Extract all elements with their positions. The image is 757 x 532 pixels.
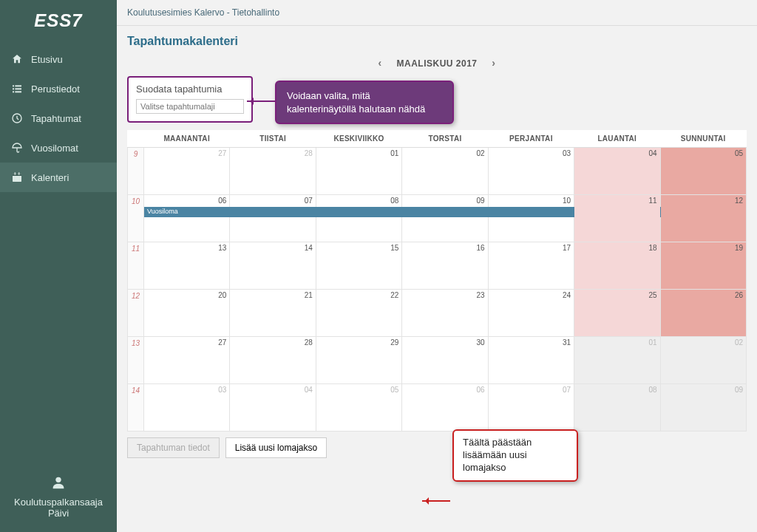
day-number: 26 xyxy=(735,291,743,299)
calendar-day[interactable]: 31 xyxy=(488,337,574,384)
page-title: Tapahtumakalenteri xyxy=(127,35,747,48)
calendar-day[interactable]: 28 xyxy=(230,148,316,195)
calendar-day[interactable]: 01 xyxy=(574,337,660,384)
home-icon xyxy=(10,53,24,65)
calendar-day[interactable]: 25 xyxy=(574,290,660,337)
week-number: 10 xyxy=(128,195,144,242)
weekday-header: LAUANTAI xyxy=(574,130,660,148)
sidebar-item-etusivu[interactable]: Etusivu xyxy=(0,44,117,74)
sidebar-item-tapahtumat[interactable]: Tapahtumat xyxy=(0,103,117,133)
calendar-day[interactable]: 15 xyxy=(316,242,401,290)
calendar-day[interactable]: 03 xyxy=(488,148,574,195)
day-number: 07 xyxy=(563,386,571,394)
sidebar-item-perustiedot[interactable]: Perustiedot xyxy=(0,74,117,103)
filter-panel: Suodata tapahtumia xyxy=(127,76,253,123)
calendar-day[interactable]: 07 xyxy=(488,384,574,432)
calendar-day[interactable]: 04 xyxy=(574,148,660,195)
svg-rect-10 xyxy=(18,172,19,174)
svg-rect-4 xyxy=(13,91,14,92)
day-number: 01 xyxy=(648,338,656,347)
calendar-day[interactable]: 12 xyxy=(660,195,746,242)
sidebar-item-label: Kalenteri xyxy=(31,172,69,183)
calendar-day[interactable]: 26 xyxy=(660,290,746,337)
day-number: 10 xyxy=(563,197,571,205)
sidebar-item-vuosilomat[interactable]: Vuosilomat xyxy=(0,133,117,163)
day-number: 29 xyxy=(390,338,398,347)
calendar-day[interactable]: 23 xyxy=(402,290,488,337)
day-number: 12 xyxy=(735,197,743,205)
day-number: 03 xyxy=(218,386,226,394)
calendar-day[interactable]: 28 xyxy=(230,337,316,384)
weekday-header: PERJANTAI xyxy=(488,130,574,148)
calendar-day[interactable]: 19 xyxy=(660,242,746,290)
svg-point-11 xyxy=(55,477,61,482)
sidebar-item-label: Etusivu xyxy=(31,54,63,65)
day-number: 13 xyxy=(218,244,226,252)
calendar-day[interactable]: 17 xyxy=(488,242,574,290)
svg-rect-8 xyxy=(13,174,21,176)
week-number: 9 xyxy=(128,148,144,195)
calendar-day[interactable]: 14 xyxy=(230,242,316,290)
calendar-day[interactable]: 08 xyxy=(316,195,401,242)
calendar-day[interactable]: 04 xyxy=(230,384,316,432)
day-number: 05 xyxy=(390,386,398,394)
day-number: 09 xyxy=(735,386,743,394)
calendar-day[interactable]: 30 xyxy=(402,337,488,384)
calendar-day[interactable]: 27 xyxy=(144,337,230,384)
calendar-day[interactable]: 27 xyxy=(144,148,230,195)
clock-icon xyxy=(10,112,24,124)
calendar-day[interactable]: 10 xyxy=(488,195,574,242)
day-number: 28 xyxy=(305,338,313,347)
calendar-day[interactable]: 07 xyxy=(230,195,316,242)
calendar-day[interactable]: 05 xyxy=(660,148,746,195)
umbrella-icon xyxy=(10,142,24,154)
day-number: 09 xyxy=(477,197,485,205)
calendar-day[interactable]: 09 xyxy=(402,195,488,242)
calendar-day[interactable]: 18 xyxy=(574,242,660,290)
add-period-button[interactable]: Lisää uusi lomajakso xyxy=(225,437,327,458)
breadcrumb: Koulutusesimies Kalervo - Tietohallinto xyxy=(117,0,757,26)
calendar-day[interactable]: 16 xyxy=(402,242,488,290)
calendar-day[interactable]: 20 xyxy=(144,290,230,337)
day-number: 02 xyxy=(477,149,485,157)
day-number: 23 xyxy=(477,291,485,299)
calendar-day[interactable]: 02 xyxy=(660,337,746,384)
calendar-day[interactable]: 29 xyxy=(316,337,401,384)
weekday-header: TORSTAI xyxy=(402,130,488,148)
calendar-day[interactable]: 02 xyxy=(402,148,488,195)
calendar-day[interactable]: 06 xyxy=(402,384,488,432)
week-number: 13 xyxy=(128,337,144,384)
calendar-day[interactable]: 24 xyxy=(488,290,574,337)
svg-rect-0 xyxy=(13,85,14,86)
next-month-button[interactable]: › xyxy=(492,57,495,69)
filter-event-type-input[interactable] xyxy=(136,99,244,114)
day-number: 08 xyxy=(390,197,398,205)
calendar-day[interactable]: 09 xyxy=(660,384,746,432)
list-icon xyxy=(10,83,24,95)
svg-rect-5 xyxy=(15,91,21,92)
add-period-callout: Täältä päästään lisäämään uusi lomajakso xyxy=(452,429,578,482)
day-number: 01 xyxy=(390,149,398,157)
avatar-icon xyxy=(49,473,68,492)
filter-callout: Voidaan valita, mitä kalenterinäytöllä h… xyxy=(275,81,454,124)
prev-month-button[interactable]: ‹ xyxy=(378,57,381,69)
sidebar-item-kalenteri[interactable]: Kalenteri xyxy=(0,163,117,192)
day-number: 27 xyxy=(218,149,226,157)
calendar-day[interactable]: 03 xyxy=(144,384,230,432)
calendar-day[interactable]: 05 xyxy=(316,384,401,432)
sidebar-item-label: Vuosilomat xyxy=(31,143,78,154)
calendar-day[interactable]: 06Vuosiloma xyxy=(144,195,230,242)
svg-rect-1 xyxy=(15,85,21,86)
calendar-day[interactable]: 13 xyxy=(144,242,230,290)
calendar-day[interactable]: 01 xyxy=(316,148,401,195)
day-number: 25 xyxy=(648,291,656,299)
calendar-day[interactable]: 08 xyxy=(574,384,660,432)
calendar-day[interactable]: 11 xyxy=(574,195,660,242)
day-number: 31 xyxy=(563,338,571,347)
day-number: 19 xyxy=(735,244,743,252)
day-number: 17 xyxy=(563,244,571,252)
day-number: 21 xyxy=(305,291,313,299)
calendar-day[interactable]: 21 xyxy=(230,290,316,337)
day-number: 16 xyxy=(477,244,485,252)
calendar-day[interactable]: 22 xyxy=(316,290,401,337)
